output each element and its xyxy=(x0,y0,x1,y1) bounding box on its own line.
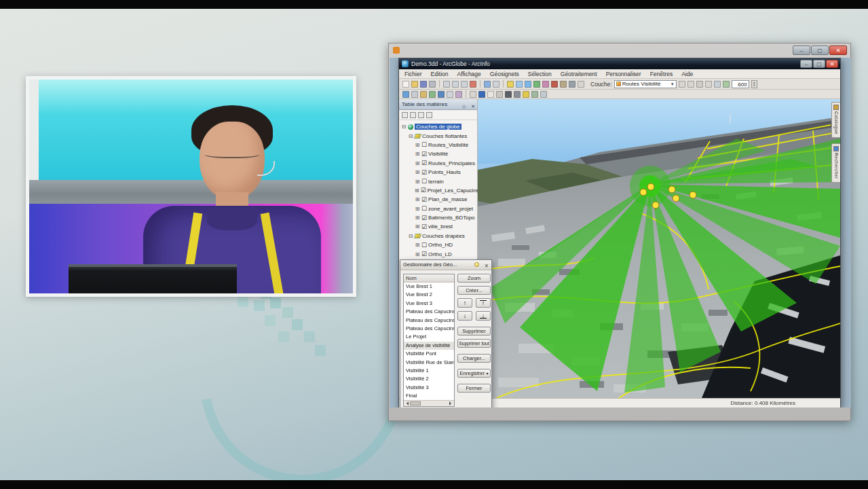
layer-effects-icon[interactable] xyxy=(533,81,540,88)
layer-checkbox[interactable]: ☑ xyxy=(421,160,427,166)
outer-minimize-button[interactable]: – xyxy=(793,46,810,55)
bookmark-item[interactable]: Vue Brest 3 xyxy=(404,300,454,308)
list-by-visibility-icon[interactable] xyxy=(418,112,424,118)
delete-all-button[interactable]: Supprimer tout xyxy=(457,339,491,348)
tree-node-layer[interactable]: ⊞☑Points_Hauts xyxy=(401,168,477,177)
tree-node-layer[interactable]: ⊞☑Batiments_BDTopo xyxy=(401,213,477,222)
expander-icon[interactable]: ⊞ xyxy=(415,242,420,248)
delete-icon[interactable] xyxy=(470,81,476,88)
cut-icon[interactable] xyxy=(443,81,450,88)
list-by-source-icon[interactable] xyxy=(410,112,416,118)
paste-icon[interactable] xyxy=(461,81,468,88)
zoom-in-icon[interactable] xyxy=(429,91,436,98)
dialog-titlebar[interactable]: Gestionnaire des Géo... ✕ xyxy=(400,260,491,270)
layer-checkbox[interactable]: ☑ xyxy=(421,215,427,221)
outer-maximize-button[interactable]: ▢ xyxy=(811,46,829,55)
menu-personnaliser[interactable]: Personnaliser xyxy=(606,71,641,77)
close-icon[interactable]: ✕ xyxy=(485,261,489,271)
menu-fenetres[interactable]: Fenêtres xyxy=(650,71,673,77)
expander-icon[interactable]: ⊞ xyxy=(415,179,420,185)
menu-selection[interactable]: Sélection xyxy=(528,71,552,77)
scroll-left-icon[interactable] xyxy=(404,401,409,405)
list-by-drawing-order-icon[interactable] xyxy=(402,112,408,118)
chevron-down-icon[interactable]: ▼ xyxy=(671,82,675,86)
menu-geotraitement[interactable]: Géotraitement xyxy=(561,71,597,77)
bookmark-item[interactable]: Vue Brest 1 xyxy=(404,283,454,291)
tree-node-layer[interactable]: ⊞☑Ortho_LD xyxy=(401,249,477,258)
expander-icon[interactable]: ⊞ xyxy=(415,160,420,166)
layer-checkbox[interactable]: ☑ xyxy=(421,151,427,158)
save-button[interactable]: Enregistrer ▾ xyxy=(457,369,491,378)
expander-icon[interactable]: ⊞ xyxy=(415,169,420,175)
menu-geosignets[interactable]: Géosignets xyxy=(490,71,519,77)
layer-checkbox[interactable]: ☑ xyxy=(421,251,427,257)
list-by-selection-icon[interactable] xyxy=(426,112,432,118)
bookmark-list[interactable]: Nom Vue Brest 1 Vue Brest 2 Vue Brest 3 … xyxy=(403,274,455,407)
tree-node-layer[interactable]: ⊞☑Plan_de_masse xyxy=(401,195,477,204)
save-icon[interactable] xyxy=(420,81,427,88)
delete-button[interactable]: Supprimer xyxy=(457,327,491,336)
open-icon[interactable] xyxy=(411,81,418,88)
layer-checkbox[interactable]: ☑ xyxy=(421,223,427,230)
expander-icon[interactable]: ⊞ xyxy=(415,223,420,230)
layer-checkbox[interactable]: ☐ xyxy=(421,178,427,185)
distance-value-field[interactable]: 600 xyxy=(732,80,749,88)
outer-titlebar[interactable]: – ▢ ✕ xyxy=(389,43,850,58)
tool-disabled-4-icon[interactable] xyxy=(705,81,712,88)
binoculars-icon[interactable] xyxy=(505,91,512,98)
pin-icon[interactable]: ◇ xyxy=(462,101,468,107)
bookmark-item[interactable]: Analyse de visibilité xyxy=(404,342,454,350)
move-down-button[interactable]: ↓ xyxy=(457,311,472,321)
orbit-icon[interactable] xyxy=(560,81,567,88)
bookmark-item[interactable]: Visibilité 2 xyxy=(404,375,454,383)
arcglobe-titlebar[interactable]: Demo.3dd - ArcGlobe - ArcInfo – ▢ ✕ xyxy=(399,58,840,69)
tree-node-layer[interactable]: ⊞☐zone_avant_projet xyxy=(401,204,477,213)
menu-affichage[interactable]: Affichage xyxy=(457,71,481,77)
expander-icon[interactable]: ⊞ xyxy=(415,196,420,202)
move-bottom-button[interactable]: ↓ xyxy=(476,311,491,321)
fixed-zoom-in-icon[interactable] xyxy=(447,91,453,98)
tree-node-layer[interactable]: ⊞☑Projet_Les_Capucins xyxy=(401,186,477,195)
layer-checkbox[interactable]: ☐ xyxy=(421,205,427,212)
load-button[interactable]: Charger... xyxy=(457,354,491,363)
measure-icon[interactable] xyxy=(569,81,575,88)
create-button[interactable]: Créer... xyxy=(457,286,491,295)
animation-icon[interactable] xyxy=(542,81,549,88)
close-dialog-button[interactable]: Fermer xyxy=(457,384,491,393)
tree-node-globe-layers[interactable]: ⊟Couches de globe xyxy=(401,122,477,131)
expander-icon[interactable]: ⊞ xyxy=(415,251,420,257)
zoom-button[interactable]: Zoom xyxy=(457,274,491,283)
whatisthis-icon[interactable] xyxy=(578,81,584,88)
scroll-right-icon[interactable] xyxy=(449,401,453,405)
grid-icon[interactable] xyxy=(714,81,721,88)
layer-checkbox[interactable]: ☐ xyxy=(421,242,427,249)
print-icon[interactable] xyxy=(429,81,436,88)
close-button[interactable]: ✕ xyxy=(826,60,838,68)
bookmark-item[interactable]: Le Projet xyxy=(404,333,454,341)
redo-icon[interactable] xyxy=(493,81,499,88)
bookmark-item[interactable]: Plateau des Capucins 3 xyxy=(404,325,454,333)
layer-checkbox[interactable]: ☑ xyxy=(421,187,426,194)
expander-icon[interactable]: ⊟ xyxy=(408,133,413,139)
tree-node-layer[interactable]: ⊞☐Ortho_HD xyxy=(401,240,477,249)
move-up-button[interactable]: ↑ xyxy=(457,298,472,308)
add-data-icon[interactable] xyxy=(507,81,514,88)
layer-checkbox[interactable]: ☐ xyxy=(421,141,427,148)
record-icon[interactable] xyxy=(551,81,558,88)
target-icon[interactable] xyxy=(420,91,427,98)
bookmark-item[interactable]: Plateau des Capucins 2 xyxy=(404,316,454,325)
expander-icon[interactable]: ⊞ xyxy=(415,206,420,212)
globe-view-icon[interactable] xyxy=(525,81,531,88)
value-spinner[interactable]: ▲▼ xyxy=(751,80,757,88)
tool-disabled-1-icon[interactable] xyxy=(679,81,685,88)
tree-node-layer[interactable]: ⊞☐terrain xyxy=(401,177,477,185)
sun-position-icon[interactable] xyxy=(523,91,529,98)
expander-icon[interactable]: ⊟ xyxy=(401,124,407,130)
zoom-out-icon[interactable] xyxy=(438,91,445,98)
menu-fichier[interactable]: Fichier xyxy=(404,71,422,77)
find-icon[interactable] xyxy=(496,91,503,98)
expander-icon[interactable]: ⊞ xyxy=(415,187,419,194)
fly-icon[interactable] xyxy=(411,91,418,98)
scroll-thumb[interactable] xyxy=(410,401,421,405)
tree-node-layer[interactable]: ⊞☐Routes_Visibilité xyxy=(401,141,477,149)
